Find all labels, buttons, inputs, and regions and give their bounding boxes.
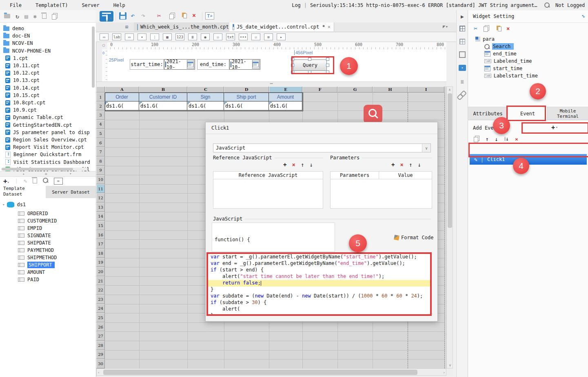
down-icon[interactable]: ↓: [417, 161, 421, 168]
plus-icon[interactable]: +: [283, 161, 286, 168]
tree-item-doc-en[interactable]: doc-EN: [3, 32, 30, 40]
row-header-17[interactable]: 17: [96, 239, 105, 249]
code-line[interactable]: var end = _g().parameterEl.getWidgetByNa…: [208, 260, 430, 267]
sort-icon[interactable]: ⁞↓: [504, 136, 509, 142]
calendar-icon[interactable]: [187, 60, 194, 69]
cut-icon[interactable]: ✂: [157, 12, 161, 20]
tree-item-10-11-cpt[interactable]: 10.11.cpt: [5, 62, 40, 69]
column-header-C[interactable]: C: [187, 86, 224, 93]
event-type-select[interactable]: JavaScript ∨: [213, 143, 431, 152]
column-header-F[interactable]: F: [302, 86, 337, 93]
close-icon[interactable]: ×: [328, 24, 331, 30]
tab-layout-icon[interactable]: ◤▾: [443, 24, 448, 29]
tree-item-beginner-quickstart-frm[interactable]: Beginner Quickstart.frm: [5, 151, 81, 158]
column-header-E[interactable]: E: [269, 86, 302, 93]
cell-r2-D[interactable]: ds1.G(: [224, 101, 269, 110]
sheet-vscrollbar[interactable]: ∧ ∨: [446, 86, 453, 368]
widget-tree-item-labelstart_time[interactable]: labLabelstart_time: [484, 72, 538, 79]
cell-r2-E[interactable]: ds1.G(: [269, 101, 302, 110]
dataset-field-signdate[interactable]: SIGNDATE: [18, 232, 51, 239]
parameter-pane[interactable]: 25Pixel start_time: 2021-10- end_time: 2…: [107, 49, 446, 82]
end-time-date-input[interactable]: 2021-10-: [229, 59, 260, 70]
menu-help[interactable]: Help: [112, 2, 127, 8]
code-line[interactable]: alert(: [208, 306, 430, 313]
delete-icon[interactable]: ×: [292, 161, 295, 168]
row-header-13[interactable]: 13: [96, 203, 105, 212]
widget-tree-item-end_time[interactable]: end_time: [484, 50, 517, 57]
column-header-A[interactable]: A: [105, 86, 139, 93]
trash-icon[interactable]: [42, 13, 47, 20]
tree-item-ncov-phone-en[interactable]: NCOV-PHONE-EN: [3, 47, 51, 55]
up-icon[interactable]: ↑: [301, 161, 304, 168]
down-icon[interactable]: ↓: [309, 161, 313, 168]
delete-icon[interactable]: ×: [506, 25, 510, 32]
code-line[interactable]: }: [208, 287, 430, 293]
more-widget-icon[interactable]: ▸: [277, 33, 286, 40]
checkbox-widget-icon[interactable]: ☑: [213, 33, 222, 40]
row-header-20[interactable]: 20: [96, 267, 105, 276]
cut-icon[interactable]: ✂: [474, 25, 477, 32]
dataset-field-empid[interactable]: EMPID: [18, 225, 42, 232]
tab-template-dataset[interactable]: Template Dataset: [0, 186, 46, 198]
layers-icon[interactable]: ≣: [457, 76, 468, 87]
delete-icon[interactable]: ×: [515, 136, 518, 142]
js-code-editor[interactable]: var start = _g().parameterEl.getWidgetBy…: [206, 252, 432, 316]
tree-item-ncov-en[interactable]: NCOV-EN: [3, 40, 33, 47]
row-header-30[interactable]: 30: [96, 359, 105, 368]
row-header-21[interactable]: 21: [96, 276, 105, 286]
tree-item-region-sales-overview-cpt[interactable]: Region Sales Overview.cpt: [5, 136, 87, 143]
tree-item-dynamic-table-cpt[interactable]: Dynamic Table.cpt: [5, 114, 63, 121]
tab-server-dataset[interactable]: Server Dataset: [46, 186, 96, 198]
row-header-10[interactable]: 10: [96, 175, 105, 184]
number-widget-icon[interactable]: 123: [175, 33, 184, 40]
cell-r1-A[interactable]: Order: [105, 93, 139, 101]
dropdown-widget-icon[interactable]: ▾: [457, 62, 468, 73]
row-header-18[interactable]: 18: [96, 249, 105, 258]
find-icon[interactable]: T⌕: [205, 12, 214, 20]
cell-r1-C[interactable]: Sign: [187, 93, 224, 101]
row-header-26[interactable]: 26: [96, 322, 105, 332]
code-line[interactable]: var subdate = (new Date(end) - new Date(…: [208, 293, 430, 300]
link-icon[interactable]: [457, 88, 468, 99]
down-icon[interactable]: ↓: [495, 136, 498, 142]
widget-tree-item-para[interactable]: para: [475, 35, 495, 43]
code-line[interactable]: alert("start time cannot be later than t…: [208, 273, 430, 280]
delete-icon[interactable]: ×: [192, 12, 196, 19]
row-header-3[interactable]: 3: [96, 110, 105, 120]
search-icon[interactable]: [544, 2, 550, 8]
copy-icon[interactable]: [169, 13, 175, 19]
tree-widget-icon[interactable]: ⊞: [264, 33, 273, 40]
row-header-22[interactable]: 22: [96, 285, 105, 295]
sheet-corner[interactable]: [96, 86, 105, 93]
report-info-icon[interactable]: [457, 36, 468, 47]
widget-tree-item-start_time[interactable]: start_time: [484, 65, 522, 72]
undo-icon[interactable]: ↶: [131, 11, 135, 20]
settings-icon[interactable]: ✱: [33, 13, 36, 20]
up-icon[interactable]: ↑: [486, 136, 489, 142]
tab-which-week[interactable]: Which_week_is_...the_month.cpt ×: [134, 22, 235, 31]
login-status[interactable]: Not Logged In: [555, 2, 588, 8]
copy-icon[interactable]: [484, 25, 489, 32]
widget-tree-item-search[interactable]: Search: [484, 43, 514, 50]
dots-widget-icon[interactable]: •••: [239, 33, 248, 40]
template-icon[interactable]: [100, 11, 113, 22]
row-header-1[interactable]: 1: [96, 93, 105, 101]
dataset-field-orderid[interactable]: ORDERID: [18, 210, 48, 217]
label-widget-icon[interactable]: lab: [112, 33, 121, 40]
config-icon[interactable]: ≔: [54, 178, 63, 185]
checkbox-col-widget-icon[interactable]: ☑: [251, 33, 260, 40]
tree-item-gettingstarteden-cpt[interactable]: GettingStartedEN.cpt: [5, 121, 72, 129]
row-header-24[interactable]: 24: [96, 304, 105, 313]
menu-file[interactable]: File: [8, 2, 23, 8]
cell-r1-B[interactable]: Customer ID: [139, 93, 187, 101]
radio-group-widget-icon[interactable]: ◉: [201, 33, 210, 40]
trash-icon[interactable]: [33, 177, 37, 185]
button-widget-icon[interactable]: ▭: [125, 33, 134, 40]
tree-item-10-8cpt-cpt[interactable]: 10.8cpt.cpt: [5, 99, 45, 106]
cell-r2-C[interactable]: ds1.G(: [187, 101, 224, 110]
code-line[interactable]: var start = _g().parameterEl.getWidgetBy…: [208, 254, 430, 260]
textfield-widget-icon[interactable]: ▭: [100, 33, 109, 40]
tree-item-10-9-cpt[interactable]: 10.9.cpt: [5, 106, 37, 114]
tree-item-report-visit-monitor-cpt[interactable]: Report Visit Monitor.cpt: [5, 143, 84, 151]
report-cell-icon[interactable]: [457, 23, 468, 34]
